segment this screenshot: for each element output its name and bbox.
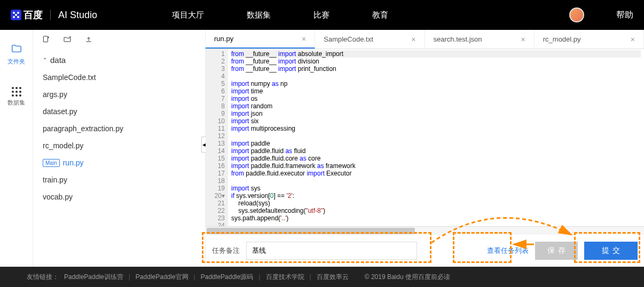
tab-rc-model[interactable]: rc_model.py×: [535, 30, 644, 49]
left-rail: 文件夹 数据集: [0, 30, 33, 267]
editor-area: ◀ run.py× SampleCode.txt× search.test.js…: [205, 30, 644, 267]
new-folder-icon[interactable]: [63, 35, 72, 44]
footer-link[interactable]: PaddlePaddle官网: [136, 273, 189, 282]
task-note-input[interactable]: [246, 242, 417, 260]
chevron-down-icon: ⌃: [43, 57, 47, 63]
footer-link[interactable]: PaddlePaddle训练营: [64, 273, 123, 282]
footer-copyright: © 2019 Baidu 使用百度前必读: [365, 273, 450, 282]
top-nav: 项目大厅 数据集 比赛 教育: [172, 10, 388, 20]
top-header: 百度 AI Studio 项目大厅 数据集 比赛 教育 帮助: [0, 0, 644, 30]
view-task-list-link[interactable]: 查看任务列表: [487, 246, 529, 256]
rail-datasets[interactable]: 数据集: [7, 87, 25, 107]
tree-file[interactable]: train.py: [41, 171, 198, 188]
folder-icon: [11, 43, 22, 55]
tab-run-py[interactable]: run.py×: [206, 30, 315, 49]
code-content[interactable]: from __future__ import absolute_importfr…: [228, 49, 644, 226]
avatar[interactable]: [569, 7, 584, 22]
nav-projects[interactable]: 项目大厅: [172, 10, 204, 20]
file-tree: ⌃data SampleCode.txt args.py dataset.py …: [33, 49, 205, 208]
editor-tabs: run.py× SampleCode.txt× search.test.json…: [206, 30, 644, 49]
rail-datasets-label: 数据集: [7, 99, 25, 107]
tree-file[interactable]: args.py: [41, 86, 198, 103]
nav-competitions[interactable]: 比赛: [313, 10, 329, 20]
logo[interactable]: 百度 AI Studio: [11, 9, 97, 21]
footer-link[interactable]: PaddlePaddle源码: [201, 273, 254, 282]
divider: [50, 10, 51, 20]
new-file-icon[interactable]: [42, 35, 50, 44]
tab-search-json[interactable]: search.test.json×: [425, 30, 535, 49]
tab-samplecode[interactable]: SampleCode.txt×: [315, 30, 425, 49]
nav-datasets[interactable]: 数据集: [247, 10, 271, 20]
footer: 友情链接： PaddlePaddle训练营| PaddlePaddle官网| P…: [0, 267, 644, 287]
logo-baidu-text: 百度: [23, 9, 43, 21]
rail-files-label: 文件夹: [7, 58, 25, 66]
footer-link[interactable]: 百度技术学院: [266, 273, 304, 282]
footer-link[interactable]: 百度效率云: [317, 273, 349, 282]
tree-file[interactable]: SampleCode.txt: [41, 69, 198, 86]
tree-folder-data[interactable]: ⌃data: [41, 51, 198, 69]
file-panel: ⌃data SampleCode.txt args.py dataset.py …: [33, 30, 205, 267]
file-toolbar: [33, 30, 205, 49]
baidu-paw-icon: [11, 10, 21, 20]
scrollbar-thumb[interactable]: [207, 228, 415, 234]
main-badge: Main: [43, 159, 60, 167]
tree-file[interactable]: paragraph_extraction.py: [41, 120, 198, 137]
close-icon[interactable]: ×: [521, 35, 525, 44]
tree-file-active[interactable]: Mainrun.py: [41, 154, 198, 171]
submit-button[interactable]: 提交: [584, 242, 638, 260]
svg-rect-0: [43, 36, 48, 42]
rail-files[interactable]: 文件夹: [7, 43, 25, 66]
footer-prefix: 友情链接：: [27, 273, 59, 282]
upload-icon[interactable]: [84, 35, 93, 44]
save-button[interactable]: 保存: [535, 242, 578, 260]
collapse-handle[interactable]: ◀: [201, 137, 206, 153]
close-icon[interactable]: ×: [302, 35, 306, 43]
close-icon[interactable]: ×: [411, 35, 415, 44]
grid-icon: [12, 87, 21, 97]
logo-studio-text: AI Studio: [58, 10, 97, 21]
task-note-label: 任务备注: [212, 246, 240, 256]
close-icon[interactable]: ×: [631, 35, 635, 44]
line-gutter: 1234567891011121314151617181920▾21222324: [206, 49, 228, 226]
nav-education[interactable]: 教育: [372, 10, 388, 20]
code-editor[interactable]: 1234567891011121314151617181920▾21222324…: [206, 49, 644, 226]
tree-file[interactable]: vocab.py: [41, 188, 198, 205]
horizontal-scrollbar[interactable]: [206, 226, 644, 235]
tree-file[interactable]: rc_model.py: [41, 137, 198, 154]
help-link[interactable]: 帮助: [616, 10, 633, 21]
task-bar: 任务备注 查看任务列表 保存 提交: [206, 235, 644, 267]
tree-file[interactable]: dataset.py: [41, 103, 198, 120]
